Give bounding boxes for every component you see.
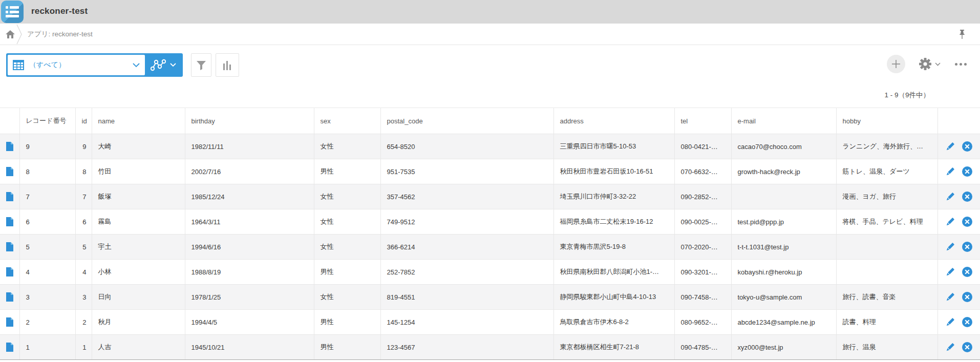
breadcrumb-chevron-icon: [15, 24, 24, 45]
cell-actions: [938, 134, 980, 159]
cell-record-no: 5: [19, 235, 75, 260]
cell-email: xyz000@test.jp: [731, 335, 836, 360]
table-row: 7 7 飯塚 1985/12/24 女性 357-4562 埼玉県川口市仲町3-…: [0, 184, 980, 209]
circle-x-icon[interactable]: [962, 316, 973, 328]
circle-x-icon[interactable]: [962, 141, 973, 152]
header-birthday[interactable]: birthday: [185, 108, 314, 134]
home-icon[interactable]: [5, 29, 16, 40]
cell-postal-code: 654-8520: [380, 134, 553, 159]
bar-chart-icon: [222, 59, 233, 71]
document-icon[interactable]: [6, 191, 14, 202]
circle-x-icon[interactable]: [962, 241, 973, 252]
circle-x-icon[interactable]: [962, 191, 973, 202]
cell-postal-code: 819-4551: [380, 285, 553, 310]
circle-x-icon[interactable]: [962, 266, 973, 278]
cell-actions: [938, 285, 980, 310]
cell-name: 大崎: [92, 134, 185, 159]
cell-address: 東京都板橋区相生町7-21-8: [553, 335, 674, 360]
cell-name: 秋月: [92, 310, 185, 335]
cell-id: 7: [75, 184, 92, 209]
circle-x-icon[interactable]: [962, 342, 973, 353]
document-icon[interactable]: [6, 292, 14, 302]
table-row: 1 1 人吉 1945/10/21 男性 123-4567 東京都板橋区相生町7…: [0, 335, 980, 360]
document-icon[interactable]: [6, 267, 14, 277]
header-name[interactable]: name: [92, 108, 185, 134]
header-postal-code[interactable]: postal_code: [380, 108, 553, 134]
cell-name: 飯塚: [92, 184, 185, 209]
pencil-icon[interactable]: [945, 317, 955, 328]
pencil-icon[interactable]: [945, 342, 955, 353]
cell-tel: 090-0025-…: [674, 209, 731, 235]
circle-x-icon[interactable]: [962, 291, 973, 303]
record-icon-cell: [0, 159, 19, 184]
table-row: 6 6 霧島 1964/3/11 女性 749-9512 福岡県糸島市二丈松末1…: [0, 209, 980, 235]
pin-icon[interactable]: [958, 29, 966, 39]
pencil-icon[interactable]: [945, 166, 955, 177]
document-icon[interactable]: [6, 166, 14, 177]
document-icon[interactable]: [6, 317, 14, 327]
more-options-button[interactable]: [954, 60, 968, 69]
header-id[interactable]: id: [75, 108, 92, 134]
cell-birthday: 2002/7/16: [185, 159, 314, 184]
document-icon[interactable]: [6, 242, 14, 252]
add-record-button[interactable]: [887, 55, 905, 73]
circle-x-icon[interactable]: [962, 216, 973, 227]
cell-id: 2: [75, 310, 92, 335]
header-hobby[interactable]: hobby: [836, 108, 938, 134]
cell-name: 霧島: [92, 209, 185, 235]
header-tel[interactable]: tel: [674, 108, 731, 134]
pencil-icon[interactable]: [945, 191, 955, 202]
cell-hobby: 旅行、温泉: [836, 335, 938, 360]
pencil-icon[interactable]: [945, 242, 955, 252]
cell-postal-code: 951-7535: [380, 159, 553, 184]
record-count: 1 - 9（9件中）: [884, 91, 930, 100]
table-row: 8 8 竹田 2002/7/16 男性 951-7535 秋田秋田市豊岩石田坂1…: [0, 159, 980, 184]
table-row: 9 9 大崎 1982/11/11 女性 654-8520 三重県四日市市曙5-…: [0, 134, 980, 159]
cell-record-no: 7: [19, 184, 75, 209]
filter-button[interactable]: [191, 53, 211, 77]
pencil-icon[interactable]: [945, 292, 955, 303]
header-sex[interactable]: sex: [314, 108, 380, 134]
chart-button[interactable]: [216, 53, 239, 77]
cell-birthday: 1945/10/21: [185, 335, 314, 360]
top-app-bar: reckoner-test: [0, 0, 980, 24]
cell-address: 秋田秋田市豊岩石田坂10-16-51: [553, 159, 674, 184]
cell-name: 小林: [92, 260, 185, 285]
cell-actions: [938, 159, 980, 184]
ellipsis-icon: [955, 63, 957, 66]
header-record-no[interactable]: レコード番号: [19, 108, 75, 134]
graph-view-button[interactable]: [145, 55, 181, 75]
cell-hobby: 将棋、手品、テレビ、料理: [836, 209, 938, 235]
document-icon[interactable]: [6, 141, 14, 152]
document-icon[interactable]: [6, 217, 14, 227]
cell-email: tokyo-u@sample.com: [731, 285, 836, 310]
cell-postal-code: 252-7852: [380, 260, 553, 285]
record-icon-cell: [0, 260, 19, 285]
cell-actions: [938, 260, 980, 285]
list-icon: [6, 6, 19, 17]
cell-name: 人吉: [92, 335, 185, 360]
cell-hobby: [836, 235, 938, 260]
header-address[interactable]: address: [553, 108, 674, 134]
header-email[interactable]: e-mail: [731, 108, 836, 134]
view-selector[interactable]: （すべて）: [8, 55, 145, 75]
cell-birthday: 1988/8/19: [185, 260, 314, 285]
circle-x-icon[interactable]: [962, 166, 973, 177]
cell-record-no: 2: [19, 310, 75, 335]
record-icon-cell: [0, 285, 19, 310]
breadcrumb[interactable]: アプリ: reckoner-test: [27, 30, 93, 39]
cell-address: 埼玉県川口市仲町3-32-22: [553, 184, 674, 209]
cell-record-no: 3: [19, 285, 75, 310]
pencil-icon[interactable]: [945, 217, 955, 227]
record-icon-cell: [0, 184, 19, 209]
pencil-icon[interactable]: [945, 267, 955, 278]
cell-tel: 090-7458-…: [674, 285, 731, 310]
pencil-icon[interactable]: [945, 141, 955, 152]
cell-address: 秋田県南秋田郡八郎潟町小池1-…: [553, 260, 674, 285]
app-icon[interactable]: [1, 1, 24, 23]
document-icon[interactable]: [6, 342, 14, 352]
settings-button[interactable]: [919, 57, 941, 71]
cell-birthday: 1982/11/11: [185, 134, 314, 159]
cell-id: 1: [75, 335, 92, 360]
cell-email: growth-hack@reck.jp: [731, 159, 836, 184]
